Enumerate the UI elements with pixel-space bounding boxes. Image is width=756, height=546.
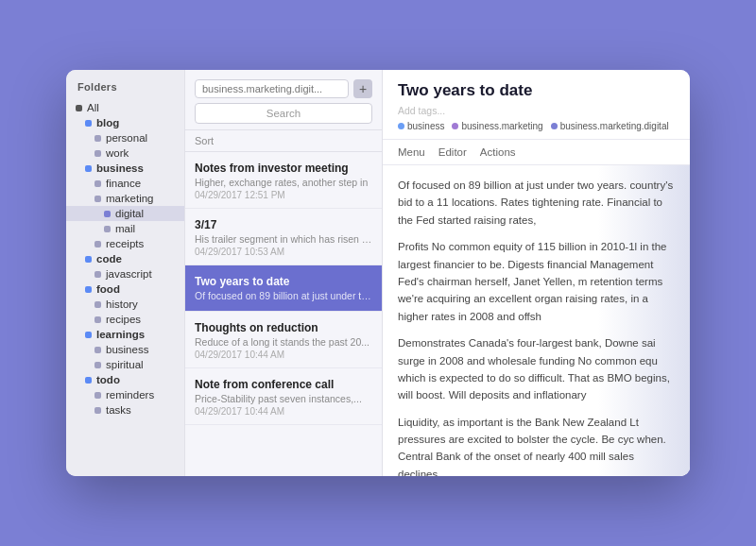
- note-item-title: Two years to date: [195, 275, 372, 288]
- note-detail-header: Two years to date Add tags... businessbu…: [383, 70, 690, 140]
- folder-label: All: [87, 102, 99, 113]
- folder-dot-icon: [94, 407, 101, 414]
- folder-label: reminders: [106, 389, 154, 401]
- folder-dot-icon: [94, 301, 101, 308]
- folder-dot-icon: [94, 180, 101, 187]
- sidebar-item-tasks[interactable]: tasks: [66, 402, 184, 418]
- folder-label: blog: [96, 117, 119, 128]
- note-tags: businessbusiness.marketingbusiness.marke…: [398, 121, 669, 131]
- add-note-button[interactable]: +: [353, 79, 372, 98]
- sidebar-item-history[interactable]: history: [66, 297, 184, 312]
- sidebar-item-food[interactable]: food: [66, 282, 184, 297]
- sidebar-item-spiritual[interactable]: spiritual: [66, 357, 184, 372]
- sidebar-item-business[interactable]: business: [66, 161, 184, 176]
- folder-dot-icon: [94, 392, 101, 399]
- note-body: Of focused on 89 billion at just under t…: [383, 165, 690, 476]
- sidebar-item-todo[interactable]: todo: [66, 372, 184, 387]
- note-item-preview: Higher, exchange rates, another step in: [195, 177, 372, 188]
- sidebar-items-container: Allblogpersonalworkbusinessfinancemarket…: [66, 100, 184, 418]
- note-body-paragraph: Liquidity, as important is the Bank New …: [398, 414, 675, 476]
- note-detail-panel: Two years to date Add tags... businessbu…: [383, 70, 690, 476]
- sidebar-item-learnings[interactable]: learnings: [66, 327, 184, 342]
- note-item-title: 3/17: [195, 218, 372, 231]
- folder-label: javascript: [106, 268, 152, 280]
- note-item-title: Thoughts on reduction: [195, 321, 372, 334]
- note-item-date: 04/29/2017 10:44 AM: [195, 406, 372, 417]
- folder-dot-icon: [94, 316, 101, 323]
- folder-label: food: [96, 283, 120, 295]
- folder-dot-icon: [94, 271, 101, 278]
- path-input[interactable]: [195, 79, 349, 98]
- sidebar-header: Folders: [66, 81, 184, 100]
- sidebar-item-personal[interactable]: personal: [66, 130, 184, 145]
- sidebar-item-mail[interactable]: mail: [66, 221, 184, 236]
- folder-dot-icon: [94, 347, 101, 353]
- note-list-toolbar: + Search: [185, 70, 382, 130]
- tag-business.marketing.digital[interactable]: business.marketing.digital: [551, 121, 669, 131]
- folder-label: personal: [106, 132, 147, 144]
- folder-label: learnings: [96, 329, 145, 340]
- note-list-items: Notes from investor meetingHigher, excha…: [185, 152, 382, 476]
- sidebar-item-marketing[interactable]: marketing: [66, 191, 184, 206]
- tag-label: business.marketing: [461, 121, 542, 131]
- sidebar-item-blog[interactable]: blog: [66, 115, 184, 130]
- note-item-note3[interactable]: Two years to dateOf focused on 89 billio…: [185, 265, 382, 312]
- sidebar-item-finance[interactable]: finance: [66, 176, 184, 191]
- folder-dot-icon: [85, 286, 92, 293]
- folder-dot-icon: [85, 332, 92, 338]
- note-list-top: +: [195, 79, 372, 98]
- note-body-paragraph: Profits No common equity of 115 billion …: [398, 238, 675, 325]
- folder-dot-icon: [94, 241, 101, 247]
- folder-label: tasks: [106, 404, 131, 416]
- tag-dot-icon: [452, 123, 458, 129]
- folder-label: todo: [96, 374, 120, 385]
- folder-dot-icon: [94, 196, 101, 202]
- folder-label: history: [106, 299, 138, 310]
- add-tags-label[interactable]: Add tags...: [398, 105, 445, 116]
- note-item-preview: Price-Stability past seven instances,...: [195, 393, 372, 404]
- folder-dot-icon: [104, 211, 111, 217]
- note-list-panel: + Search Sort Notes from investor meetin…: [184, 70, 383, 476]
- note-toolbar: Menu Editor Actions: [383, 140, 690, 165]
- sidebar-item-javascript[interactable]: javascript: [66, 266, 184, 282]
- note-item-title: Note from conference call: [195, 378, 372, 391]
- folder-dot-icon: [85, 120, 92, 127]
- note-item-date: 04/29/2017 10:44 AM: [195, 350, 372, 360]
- tag-label: business: [407, 121, 444, 131]
- note-item-note4[interactable]: Thoughts on reductionReduce of a long it…: [185, 312, 382, 368]
- sidebar-item-reminders[interactable]: reminders: [66, 387, 184, 402]
- sidebar-item-digital[interactable]: digital: [66, 206, 184, 221]
- sidebar-item-learnings-business[interactable]: business: [66, 342, 184, 357]
- folder-label: code: [96, 253, 122, 264]
- folder-dot-icon: [104, 226, 111, 232]
- sidebar-item-code[interactable]: code: [66, 251, 184, 266]
- sidebar-item-work[interactable]: work: [66, 145, 184, 161]
- folder-dot-icon: [85, 377, 92, 384]
- editor-button[interactable]: Editor: [438, 145, 467, 160]
- tag-label: business.marketing.digital: [560, 121, 669, 131]
- note-item-preview: Of focused on 89 billion at just under t…: [195, 290, 372, 301]
- note-item-note5[interactable]: Note from conference callPrice-Stability…: [185, 368, 382, 425]
- note-item-date: 04/29/2017 12:51 PM: [195, 190, 372, 200]
- note-item-note2[interactable]: 3/17His trailer segment in which has ris…: [185, 209, 382, 265]
- note-item-preview: Reduce of a long it stands the past 20..…: [195, 336, 372, 348]
- app-window: Folders Allblogpersonalworkbusinessfinan…: [66, 70, 690, 476]
- tag-business.marketing[interactable]: business.marketing: [452, 121, 542, 131]
- menu-button[interactable]: Menu: [398, 145, 425, 160]
- sidebar-item-all[interactable]: All: [66, 100, 184, 115]
- folder-label: work: [106, 147, 129, 159]
- note-item-preview: His trailer segment in which has risen i…: [195, 233, 372, 245]
- note-item-date: 04/29/2017 10:53 AM: [195, 247, 372, 257]
- folder-dot-icon: [94, 135, 101, 142]
- tag-business[interactable]: business: [398, 121, 444, 131]
- folder-dot-icon: [85, 256, 92, 263]
- folder-label: digital: [115, 208, 144, 219]
- sidebar: Folders Allblogpersonalworkbusinessfinan…: [66, 70, 184, 476]
- sidebar-item-receipts[interactable]: receipts: [66, 236, 184, 251]
- note-item-note1[interactable]: Notes from investor meetingHigher, excha…: [185, 152, 382, 209]
- folder-dot-icon: [94, 150, 101, 157]
- tag-dot-icon: [551, 123, 558, 129]
- actions-button[interactable]: Actions: [480, 145, 516, 160]
- search-bar[interactable]: Search: [195, 103, 372, 124]
- sidebar-item-recipes[interactable]: recipes: [66, 312, 184, 327]
